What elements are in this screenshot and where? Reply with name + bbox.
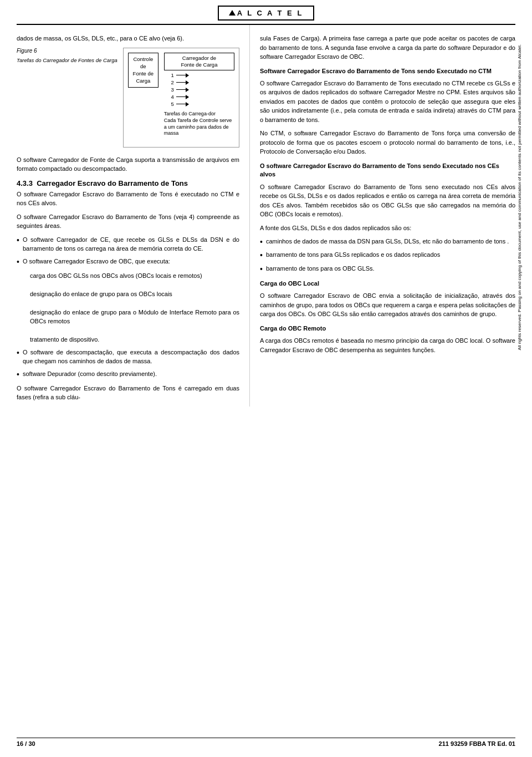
para4-left: O software Carregador Escravo do Barrame… bbox=[17, 384, 239, 402]
loader-rows: 1 2 3 4 bbox=[166, 72, 234, 107]
bullet-item-3: O software de descompactação, que execut… bbox=[17, 348, 239, 366]
para3-right: No CTM, o software Carregador Escravo do… bbox=[260, 129, 515, 156]
bullets-left-2: O software de descompactação, que execut… bbox=[17, 348, 239, 379]
arrow-right-icon bbox=[176, 89, 188, 90]
bullet-right-3: barramento de tons para os OBC GLSs. bbox=[260, 264, 515, 274]
logo-box: A L C A T E L bbox=[218, 6, 315, 21]
figure-label-area: Figure 6 Tarefas do Carregador de Fontes… bbox=[17, 48, 117, 148]
sidebar-rights-text: All rights reserved. Passing on and copy… bbox=[515, 44, 524, 543]
heading-3: Carga do OBC Local bbox=[260, 280, 515, 288]
page-footer: 16 / 30 211 93259 FBBA TR Ed. 01 bbox=[17, 738, 515, 747]
logo-text: A L C A T E L bbox=[237, 9, 304, 17]
bullet-item-1: O software Carregador de CE, que recebe … bbox=[17, 235, 239, 253]
tarefas-note: Tarefas do Carrega-dor Cada Tarefa de Co… bbox=[164, 111, 234, 137]
bullet-right-2: barramento de tons para GLSs replicados … bbox=[260, 250, 515, 260]
tarefas-sub-note: Cada Tarefa de Controle serve a um camin… bbox=[164, 118, 232, 136]
heading-1: Software Carregador Escravo do Barrament… bbox=[260, 67, 515, 75]
diagram-box: Controle deFonte deCarga Carregador deFo… bbox=[123, 48, 239, 148]
heading-2: O software Carregador Escravo do Barrame… bbox=[260, 162, 515, 179]
para7-right: A carga dos OBCs remotos é baseada no me… bbox=[260, 336, 515, 354]
para2-right: O software Carregador Escravo do Barrame… bbox=[260, 79, 515, 125]
ctrl-box: Controle deFonte deCarga bbox=[128, 53, 158, 88]
footer-doc-ref: 211 93259 FBBA TR Ed. 01 bbox=[439, 740, 515, 747]
section-number: 4.3.3 Carregador Escravo do Barramento d… bbox=[17, 179, 239, 187]
left-column: dados de massa, os GLSs, DLS, etc., para… bbox=[17, 25, 249, 407]
arrow-right-icon bbox=[176, 104, 188, 104]
arrow-right-icon bbox=[176, 96, 188, 97]
logo-triangle-icon bbox=[229, 10, 236, 16]
loader-row-5: 5 bbox=[166, 101, 234, 107]
footer-page-number: 16 / 30 bbox=[17, 740, 35, 747]
para1-left: O software Carregador de Fonte de Carga … bbox=[17, 155, 239, 174]
main-content: dados de massa, os GLSs, DLS, etc., para… bbox=[0, 25, 532, 407]
para6-right: O software Carregador Escravo de OBC env… bbox=[260, 291, 515, 319]
right-column: sula Fases de Carga). A primeira fase ca… bbox=[249, 25, 515, 407]
para5-right: A fonte dos GLSs, DLSs e dos dados repli… bbox=[260, 223, 515, 233]
loader-row-4: 4 bbox=[166, 94, 234, 100]
loader-col: Carregador deFonte de Carga 1 2 bbox=[164, 53, 234, 137]
section-title: Carregador Escravo do Barramento de Tons bbox=[37, 179, 188, 187]
bullets-left: O software Carregador de CE, que recebe … bbox=[17, 235, 239, 267]
bullets-right: caminhos de dados de massa da DSN para G… bbox=[260, 237, 515, 274]
bullet-item-4: software Depurador (como descrito previa… bbox=[17, 369, 239, 379]
para4-right: O software Carregador Escravo do Barrame… bbox=[260, 182, 515, 219]
para3-left: O software Carregador Escravo do Barrame… bbox=[17, 212, 239, 231]
arrow-right-icon bbox=[176, 82, 188, 83]
figure-caption: Tarefas do Carregador de Fontes de Carga bbox=[17, 57, 117, 64]
page-header: A L C A T E L bbox=[17, 0, 515, 25]
heading-4: Carga do OBC Remoto bbox=[260, 324, 515, 333]
para2-left: O software Carregador Escravo do Barrame… bbox=[17, 190, 239, 208]
loader-row-2: 2 bbox=[166, 79, 234, 85]
para1-right: sula Fases de Carga). A primeira fase ca… bbox=[260, 34, 515, 62]
arrow-right-icon bbox=[176, 75, 188, 75]
bullet-item-2: O software Carregador Escravo de OBC, qu… bbox=[17, 257, 239, 267]
loader-header: Carregador deFonte de Carga bbox=[164, 53, 234, 71]
diagram-inner: Controle deFonte deCarga Carregador deFo… bbox=[128, 53, 234, 137]
figure-label: Figure 6 bbox=[17, 48, 117, 54]
sub-list-obc: carga dos OBC GLSs nos OBCs alvos (OBCs … bbox=[30, 271, 239, 344]
loader-row-3: 3 bbox=[166, 87, 234, 93]
loader-row-1: 1 bbox=[166, 72, 234, 78]
bullet-right-1: caminhos de dados de massa da DSN para G… bbox=[260, 237, 515, 247]
figure-area: Figure 6 Tarefas do Carregador de Fontes… bbox=[17, 48, 239, 148]
intro-paragraph: dados de massa, os GLSs, DLS, etc., para… bbox=[17, 34, 239, 43]
